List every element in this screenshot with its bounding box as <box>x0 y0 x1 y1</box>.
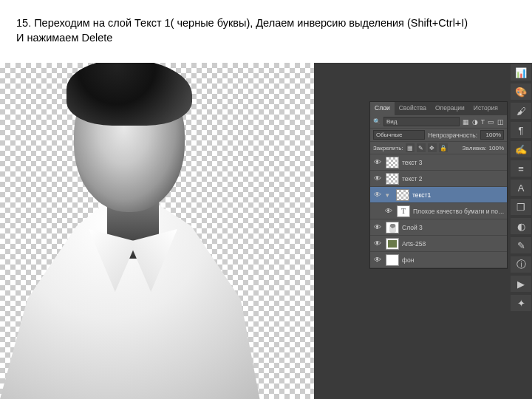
swatches-icon[interactable]: 🎨 <box>511 83 531 100</box>
filter-img-icon[interactable]: ▦ <box>463 118 469 126</box>
instruction-text: 15. Переходим на слой Текст 1( черные бу… <box>16 16 516 45</box>
notes-icon[interactable]: ✎ <box>511 237 531 253</box>
kind-select[interactable]: Вид <box>383 117 460 126</box>
instruction-line-2: И нажимаем Delete <box>16 31 516 46</box>
layer-name: текст 2 <box>402 175 505 183</box>
layers-icon[interactable]: ❐ <box>511 199 531 215</box>
text-icon[interactable]: ¶ <box>511 122 531 138</box>
visibility-icon[interactable]: 👁 <box>372 174 383 183</box>
tab-layers[interactable]: Слои <box>370 102 395 115</box>
panel-tabs: Слои Свойства Операции История <box>370 102 507 115</box>
layer-thumbnail <box>386 157 399 168</box>
portrait-image <box>0 63 314 399</box>
actions-icon[interactable]: ▶ <box>511 276 531 292</box>
layer-item-text1[interactable]: 👁 ▾ текст1 <box>370 187 507 203</box>
lock-all-icon[interactable]: 🔒 <box>439 143 448 152</box>
layer-thumbnail <box>386 254 399 266</box>
histogram-icon[interactable]: 📊 <box>511 64 531 81</box>
photoshop-panel-area: 📊 🎨 🖌 ¶ ✍ ≡ A ❐ ◐ ✎ ⓘ ▶ ✦ Слои Свойства … <box>314 63 532 399</box>
layer-thumbnail <box>386 238 399 250</box>
layer-list: 👁 текст 3 👁 текст 2 👁 ▾ текст1 👁 Плохое … <box>370 154 507 268</box>
lock-label: Закрепить: <box>373 145 403 151</box>
portrait-hair <box>66 63 192 126</box>
search-icon[interactable]: 🔍 <box>373 118 381 125</box>
lock-row: Закрепить: ▦ ✎ ✥ 🔒 Заливка: 100% <box>370 142 507 154</box>
adjust-icon[interactable]: ◐ <box>511 218 531 234</box>
layer-name: текст1 <box>412 191 505 199</box>
layer-name: Arts-258 <box>402 240 505 248</box>
fill-value[interactable]: 100% <box>489 145 504 151</box>
visibility-icon[interactable]: 👁 <box>372 239 383 248</box>
lock-pixels-icon[interactable]: ▦ <box>406 143 415 152</box>
blend-mode-select[interactable]: Обычные <box>373 130 425 140</box>
opacity-label: Непрозрачность: <box>428 132 477 139</box>
visibility-icon[interactable]: 👁 <box>372 256 383 264</box>
layer-item-layer3[interactable]: 👁 Слой 3 <box>370 219 507 236</box>
character-icon[interactable]: A <box>511 180 531 196</box>
visibility-icon[interactable]: 👁 <box>372 158 383 166</box>
visibility-icon[interactable]: 👁 <box>372 223 383 231</box>
filter-txt-icon[interactable]: T <box>481 118 485 126</box>
filter-adj-icon[interactable]: ◑ <box>472 118 478 126</box>
lock-paint-icon[interactable]: ✎ <box>417 143 426 152</box>
tab-props[interactable]: Свойства <box>395 102 431 115</box>
layer-name: фон <box>402 256 505 264</box>
filter-shape-icon[interactable]: ▭ <box>488 118 494 126</box>
layer-item-text3[interactable]: 👁 текст 3 <box>370 154 507 171</box>
clone-icon[interactable]: ✍ <box>511 141 531 157</box>
layer-item-text-sublayer[interactable]: 👁 Плохое качество бумаги и полиграфии пр… <box>370 203 507 219</box>
tab-ops[interactable]: Операции <box>431 102 469 115</box>
canvas-area[interactable] <box>0 63 314 399</box>
brush-icon[interactable]: 🖌 <box>511 103 531 119</box>
layer-item-background[interactable]: 👁 фон <box>370 252 507 268</box>
layers-panel: Слои Свойства Операции История 🔍 Вид ▦ ◑… <box>369 101 508 269</box>
layer-thumbnail <box>386 222 399 233</box>
fill-label: Заливка: <box>463 145 487 151</box>
blend-opacity-row: Обычные Непрозрачность: 100% <box>370 129 507 142</box>
visibility-icon[interactable]: 👁 <box>383 207 394 215</box>
layer-thumbnail <box>396 189 409 201</box>
layer-item-text2[interactable]: 👁 текст 2 <box>370 171 507 187</box>
visibility-icon[interactable]: 👁 <box>372 191 383 199</box>
instruction-line-1: 15. Переходим на слой Текст 1( черные бу… <box>16 16 516 31</box>
opacity-value[interactable]: 100% <box>480 130 504 140</box>
layer-thumbnail <box>386 173 399 185</box>
layer-thumbnail <box>397 205 410 217</box>
tab-history[interactable]: История <box>469 102 502 115</box>
paragraph-icon[interactable]: ≡ <box>511 160 531 177</box>
path-icon[interactable]: ✦ <box>511 295 531 311</box>
kind-filter-row: 🔍 Вид ▦ ◑ T ▭ ◫ <box>370 115 507 129</box>
lock-position-icon[interactable]: ✥ <box>428 143 437 152</box>
group-chevron-icon[interactable]: ▾ <box>386 191 393 199</box>
layer-item-arts258[interactable]: 👁 Arts-258 <box>370 236 507 252</box>
right-tool-column: 📊 🎨 🖌 ¶ ✍ ≡ A ❐ ◐ ✎ ⓘ ▶ ✦ <box>511 64 531 311</box>
info-icon[interactable]: ⓘ <box>511 256 531 273</box>
layer-name: текст 3 <box>402 159 505 166</box>
layer-name: Плохое качество бумаги и полиграфии пред… <box>413 208 505 215</box>
filter-smart-icon[interactable]: ◫ <box>497 118 504 126</box>
layer-name: Слой 3 <box>402 224 505 231</box>
